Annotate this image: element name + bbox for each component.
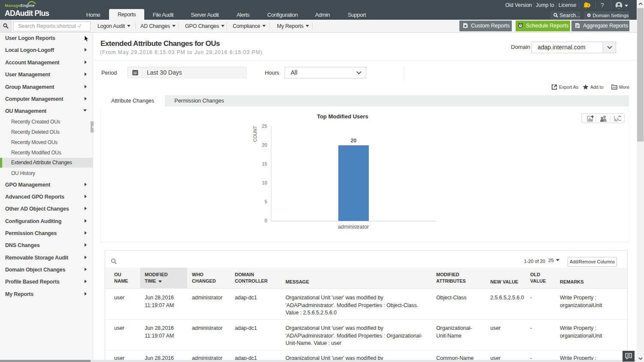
- svg-text:0: 0: [587, 3, 589, 7]
